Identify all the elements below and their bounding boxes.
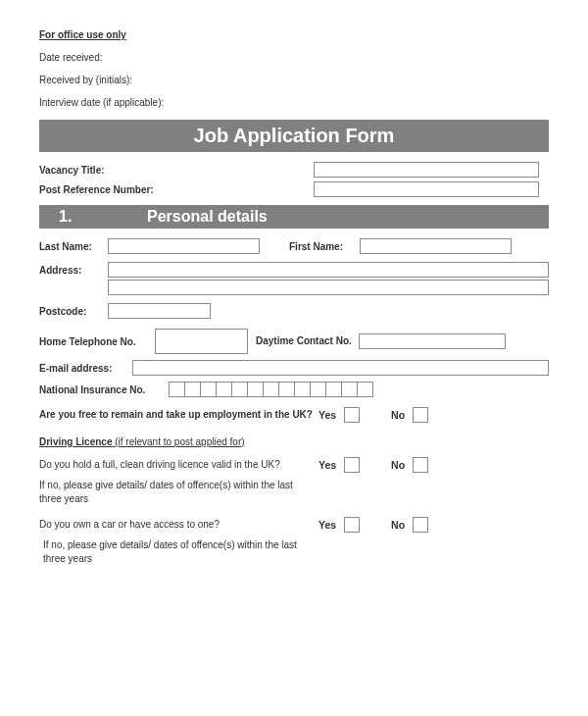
date-received-label: Date received: (39, 52, 549, 63)
driving-licence-title: Driving Licence (39, 436, 112, 447)
interview-date-label: Interview date (if applicable): (39, 97, 549, 108)
no-label: No (391, 459, 405, 471)
vacancy-title-row: Vacancy Title: (39, 162, 549, 178)
full-licence-text: Do you hold a full, clean driving licenc… (39, 458, 318, 472)
nino-boxes (169, 382, 373, 397)
nino-box[interactable] (310, 382, 326, 397)
section-1-number: 1. (59, 208, 147, 226)
yes-label: Yes (318, 459, 336, 471)
uk-no-checkbox[interactable] (413, 407, 428, 423)
nino-label: National Insurance No. (39, 384, 169, 395)
last-name-field[interactable] (108, 238, 260, 254)
email-label: E-mail address: (39, 363, 132, 374)
uk-employment-question: Are you free to remain and take up emplo… (39, 407, 549, 423)
telephone-row: Home Telephone No. Daytime Contact No. (39, 329, 549, 354)
vacancy-title-label: Vacancy Title: (39, 165, 186, 176)
application-form: For office use only Date received: Recei… (0, 0, 588, 596)
own-car-text: Do you own a car or have access to one? (39, 518, 318, 532)
first-name-field[interactable] (360, 238, 512, 254)
first-name-label: First Name: (289, 241, 360, 252)
address-row-2 (39, 280, 549, 295)
name-row: Last Name: First Name: (39, 238, 549, 254)
nino-row: National Insurance No. (39, 382, 549, 397)
email-field[interactable] (132, 360, 549, 376)
postcode-label: Postcode: (39, 306, 108, 317)
post-ref-label: Post Reference Number: (39, 184, 186, 195)
section-1-title: Personal details (147, 208, 268, 226)
nino-box[interactable] (231, 382, 248, 397)
nino-box[interactable] (357, 382, 373, 397)
yes-label: Yes (318, 519, 336, 531)
uk-yes-checkbox[interactable] (344, 407, 360, 423)
licence-yes-checkbox[interactable] (344, 457, 360, 473)
no-label: No (391, 519, 405, 531)
nino-box[interactable] (341, 382, 358, 397)
licence-detail-note: If no, please give details/ dates of off… (39, 479, 294, 505)
last-name-label: Last Name: (39, 241, 108, 252)
nino-box[interactable] (278, 382, 295, 397)
received-by-label: Received by (initials): (39, 75, 549, 85)
licence-no-checkbox[interactable] (413, 457, 428, 473)
nino-box[interactable] (263, 382, 279, 397)
driving-licence-header: Driving Licence (if relevant to post app… (39, 436, 549, 447)
driving-licence-note: (if relevant to post applied for) (112, 436, 244, 447)
home-tel-label: Home Telephone No. (39, 336, 155, 347)
nino-box[interactable] (184, 382, 201, 397)
car-yes-checkbox[interactable] (344, 517, 360, 533)
address-label: Address: (39, 265, 108, 276)
email-row: E-mail address: (39, 360, 549, 376)
daytime-contact-label: Daytime Contact No. (256, 335, 359, 347)
post-ref-field[interactable] (314, 181, 539, 197)
full-licence-question: Do you hold a full, clean driving licenc… (39, 457, 549, 473)
post-ref-row: Post Reference Number: (39, 181, 549, 197)
office-use-header: For office use only (39, 29, 549, 40)
nino-box[interactable] (169, 382, 185, 397)
no-label: No (391, 409, 405, 421)
form-title: Job Application Form (39, 120, 549, 152)
daytime-contact-field[interactable] (359, 333, 506, 349)
home-tel-field[interactable] (155, 329, 248, 354)
car-no-checkbox[interactable] (413, 517, 428, 533)
section-1-bar: 1. Personal details (39, 205, 549, 229)
yes-label: Yes (318, 409, 336, 421)
address-row-1: Address: (39, 262, 549, 278)
nino-box[interactable] (294, 382, 311, 397)
postcode-field[interactable] (108, 303, 211, 319)
own-car-question: Do you own a car or have access to one? … (39, 517, 549, 533)
uk-employment-text: Are you free to remain and take up emplo… (39, 408, 318, 422)
address-field-2[interactable] (108, 280, 549, 295)
nino-box[interactable] (200, 382, 217, 397)
nino-box[interactable] (216, 382, 232, 397)
address-field-1[interactable] (108, 262, 549, 278)
car-detail-note: If no, please give details/ dates of off… (43, 538, 298, 565)
postcode-row: Postcode: (39, 303, 549, 319)
vacancy-title-field[interactable] (314, 162, 539, 178)
nino-box[interactable] (325, 382, 342, 397)
nino-box[interactable] (247, 382, 264, 397)
